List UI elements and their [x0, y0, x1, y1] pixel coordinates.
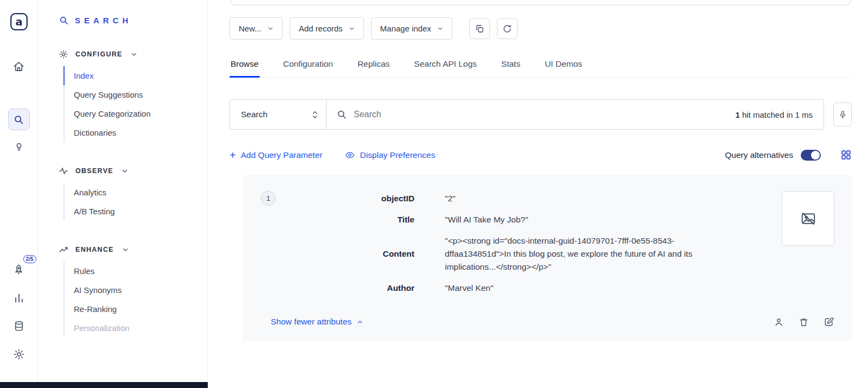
display-preferences-link[interactable]: Display Preferences — [345, 150, 435, 160]
recommend-bulb-icon[interactable] — [8, 136, 30, 157]
attribute-name: Title — [260, 215, 414, 225]
attribute-name: Author — [260, 283, 414, 293]
tab-browse[interactable]: Browse — [229, 54, 260, 77]
eye-icon — [345, 150, 355, 160]
index-main-panel: New... Add records Manage index — [208, 0, 868, 388]
section-configure-header[interactable]: CONFIGURE — [59, 49, 196, 59]
delete-record-button[interactable] — [799, 317, 809, 327]
manage-index-label: Manage index — [380, 24, 431, 33]
sidebar-item-ab-testing[interactable]: A/B Testing — [65, 202, 196, 221]
settings-gear-icon[interactable] — [8, 344, 30, 365]
new-button[interactable]: New... — [229, 17, 283, 40]
sidebar-item-dictionaries[interactable]: Dictionaries — [65, 123, 196, 142]
show-fewer-attributes-link[interactable]: Show fewer attributes — [271, 317, 363, 327]
layout-grid-button[interactable] — [840, 149, 852, 161]
attribute-value: "2" — [445, 192, 456, 205]
upgrade-rocket-icon[interactable]: 2/5 — [8, 259, 30, 281]
image-off-icon — [800, 211, 816, 227]
show-fewer-label: Show fewer attributes — [271, 317, 352, 327]
copy-index-button[interactable] — [469, 18, 490, 39]
home-icon[interactable] — [8, 55, 30, 77]
section-observe: OBSERVE Analytics A/B Testing — [59, 166, 196, 221]
attribute-value: "Marvel Ken" — [445, 282, 493, 295]
app-rail: a 2/5 — [0, 0, 38, 388]
hit-stats-text: hit matched in 1 ms — [742, 110, 813, 119]
trash-icon — [799, 317, 809, 327]
sidebar-item-ai-synonyms[interactable]: AI Synonyms — [65, 281, 196, 300]
section-label: CONFIGURE — [75, 50, 123, 58]
manage-index-button[interactable]: Manage index — [371, 17, 452, 40]
sidebar-item-re-ranking[interactable]: Re-Ranking — [65, 300, 196, 319]
tab-replicas[interactable]: Replicas — [356, 54, 391, 77]
query-options-row: + Add Query Parameter Display Preference… — [229, 149, 852, 161]
tab-search-api-logs[interactable]: Search API Logs — [413, 54, 477, 77]
search-icon — [336, 109, 347, 120]
collapsed-banner — [231, 0, 851, 5]
index-toolbar: New... Add records Manage index — [229, 17, 852, 40]
display-preferences-label: Display Preferences — [360, 150, 435, 160]
search-mode-selector[interactable]: Search — [230, 100, 327, 129]
hit-image-placeholder — [782, 191, 834, 246]
attribute-row: Title "Will AI Take My Job?" — [260, 213, 753, 226]
add-query-parameter-link[interactable]: + Add Query Parameter — [229, 150, 322, 161]
chevron-up-icon — [356, 319, 363, 326]
chevron-down-icon — [349, 26, 355, 31]
edit-record-button[interactable] — [824, 316, 834, 327]
attribute-name: objectID — [260, 194, 414, 203]
database-icon[interactable] — [8, 315, 30, 337]
chevron-down-icon — [437, 26, 443, 31]
hit-actions — [774, 316, 834, 327]
attribute-value: "Will AI Take My Job?" — [445, 213, 528, 226]
section-enhance: ENHANCE Rules AI Synonyms Re-Ranking Per… — [59, 245, 196, 338]
add-records-button[interactable]: Add records — [290, 17, 364, 40]
query-alternatives-toggle[interactable] — [801, 150, 821, 161]
bottom-edge-bar — [0, 382, 208, 388]
tab-stats[interactable]: Stats — [500, 54, 521, 77]
plus-icon: + — [229, 150, 236, 161]
chevron-down-icon — [267, 26, 273, 31]
search-product-icon[interactable] — [8, 109, 30, 130]
section-configure: CONFIGURE Index Query Suggestions Query … — [59, 49, 196, 142]
attribute-row: objectID "2" — [260, 192, 753, 205]
hit-count: 1 — [736, 110, 740, 119]
hit-card: 1 objectID "2" Title "Will AI Take My Jo… — [242, 175, 852, 341]
section-label: ENHANCE — [75, 246, 114, 253]
activity-pulse-icon — [59, 166, 68, 176]
sidebar-item-index[interactable]: Index — [63, 66, 196, 85]
tab-ui-demos[interactable]: UI Demos — [544, 54, 583, 77]
hit-footer: Show fewer attributes — [260, 316, 834, 327]
refresh-icon — [502, 24, 512, 34]
add-records-label: Add records — [299, 24, 343, 33]
preview-user-button[interactable] — [774, 317, 784, 327]
query-alternatives-label: Query alternatives — [725, 150, 793, 160]
observe-items: Analytics A/B Testing — [63, 183, 196, 221]
sidebar-item-rules[interactable]: Rules — [65, 262, 196, 281]
query-row-right: Query alternatives — [725, 149, 852, 161]
sidebar-item-personalization[interactable]: Personalization — [65, 319, 196, 338]
bar-chart-icon[interactable] — [8, 287, 30, 309]
trending-up-icon — [59, 245, 68, 255]
search-input[interactable] — [354, 110, 736, 119]
enhance-items: Rules AI Synonyms Re-Ranking Personaliza… — [63, 262, 196, 338]
chevron-down-icon — [122, 246, 129, 253]
tab-configuration[interactable]: Configuration — [282, 54, 334, 77]
attribute-name: Content — [260, 249, 414, 259]
refresh-button[interactable] — [497, 18, 518, 39]
configure-items: Index Query Suggestions Query Categoriza… — [63, 66, 196, 142]
new-button-label: New... — [239, 24, 261, 33]
sidebar-item-analytics[interactable]: Analytics — [65, 183, 196, 202]
sidebar-item-query-suggestions[interactable]: Query Suggestions — [65, 85, 196, 104]
gear-icon — [59, 49, 68, 59]
search-hit-stats: 1hit matched in 1 ms — [736, 110, 824, 119]
algolia-logo[interactable]: a — [9, 12, 29, 31]
user-icon — [774, 317, 784, 327]
svg-text:a: a — [15, 16, 22, 28]
section-observe-header[interactable]: OBSERVE — [59, 166, 196, 176]
up-down-spinner-icon — [311, 110, 318, 119]
sidebar-item-query-categorization[interactable]: Query Categorization — [65, 104, 196, 123]
microphone-icon — [838, 110, 847, 119]
search-sidebar: SEARCH CONFIGURE Index Query Suggestions… — [38, 0, 208, 388]
section-enhance-header[interactable]: ENHANCE — [59, 245, 196, 255]
voice-search-button[interactable] — [833, 103, 852, 126]
search-box: Search 1hit matched in 1 ms — [229, 99, 824, 130]
